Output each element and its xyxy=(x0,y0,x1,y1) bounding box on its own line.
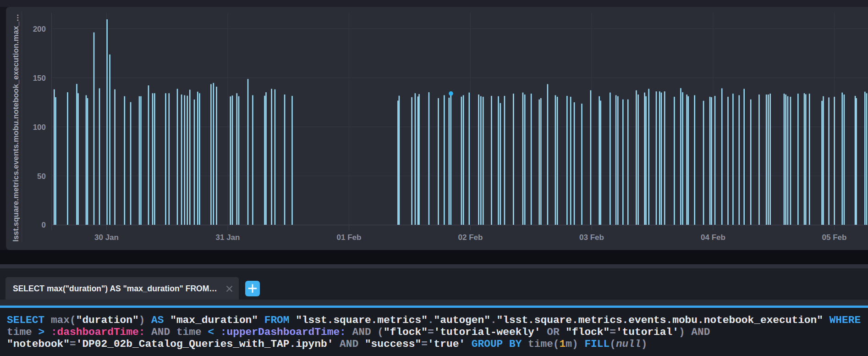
svg-text:150: 150 xyxy=(33,74,46,83)
svg-text:31 Jan: 31 Jan xyxy=(216,233,240,242)
svg-text:50: 50 xyxy=(37,172,46,181)
svg-text:200: 200 xyxy=(33,25,46,33)
svg-text:03 Feb: 03 Feb xyxy=(579,233,604,242)
svg-text:0: 0 xyxy=(42,221,46,229)
svg-text:01 Feb: 01 Feb xyxy=(337,233,362,242)
svg-text:04 Feb: 04 Feb xyxy=(701,233,725,242)
svg-text:30 Jan: 30 Jan xyxy=(94,233,119,242)
svg-text:lsst.square.metrics.events.mob: lsst.square.metrics.events.mobu.notebook… xyxy=(11,14,20,242)
svg-text:100: 100 xyxy=(33,123,46,132)
svg-text:05 Feb: 05 Feb xyxy=(822,233,847,242)
svg-text:02 Feb: 02 Feb xyxy=(458,233,483,242)
